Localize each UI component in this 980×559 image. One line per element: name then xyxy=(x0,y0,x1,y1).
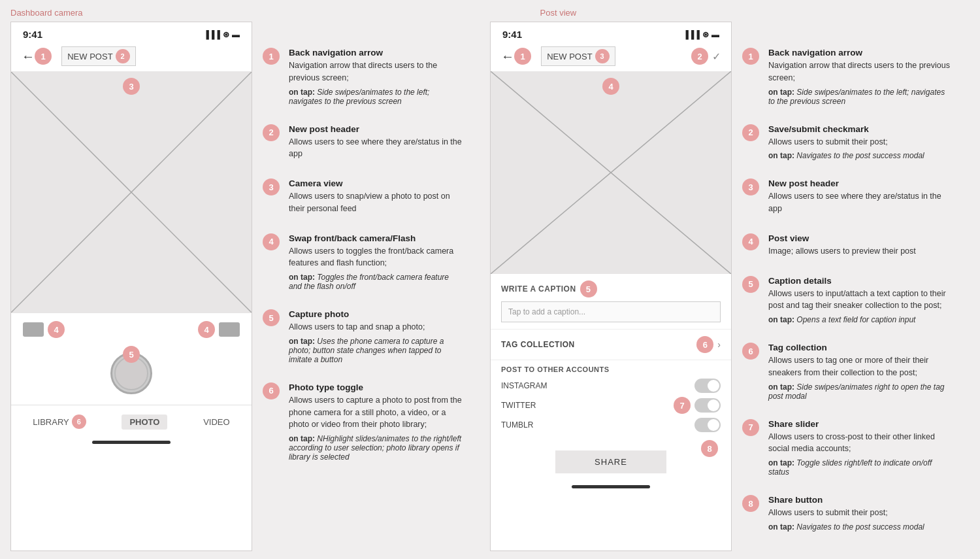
annotation-content: Back navigation arrow Navigation arrow t… xyxy=(289,48,464,106)
annotation-tap: on tap: Uses the phone camera to capture… xyxy=(289,337,464,364)
right-post-to-section: POST TO OTHER ACCOUNTS INSTAGRAM TWITTER… xyxy=(491,360,731,441)
left-tab-library[interactable]: LIBRARY 6 xyxy=(25,412,93,432)
right-instagram-row: INSTAGRAM xyxy=(501,379,721,393)
left-annotation-panel: 1 Back navigation arrow Navigation arrow… xyxy=(252,22,474,480)
right-checkmark-icon[interactable]: ✓ xyxy=(712,50,721,63)
left-new-post-badge: 2 xyxy=(116,49,130,63)
right-tag-collection-row[interactable]: TAG COLLECTION 6 › xyxy=(491,329,731,360)
right-annotation-item-2: 2 Save/submit checkmark Allows users to … xyxy=(742,124,950,161)
right-share-badge: 8 xyxy=(701,440,718,457)
annotation-content: Photo type toggle Allows users to captur… xyxy=(289,382,464,462)
right-status-icons: ▐▐▐ ⊛ ▬ xyxy=(683,30,719,39)
camera-view-badge: 3 xyxy=(123,78,140,95)
annotation-desc: Allows users to capture a photo to post … xyxy=(289,394,464,431)
right-share-btn-row: SHARE 8 xyxy=(491,441,731,480)
right-battery-icon: ▬ xyxy=(711,30,719,39)
annotation-title: Post view xyxy=(768,233,916,243)
annotation-desc: Allows users to input/attach a text capt… xyxy=(768,288,950,313)
left-status-icons: ▐▐▐ ⊛ ▬ xyxy=(203,30,240,39)
right-back-arrow-container[interactable]: ← 1 xyxy=(501,48,531,65)
annotation-content: Save/submit checkmark Allows users to su… xyxy=(768,124,924,161)
annotation-badge: 3 xyxy=(742,178,759,195)
annotation-title: Back navigation arrow xyxy=(768,48,950,58)
annotation-title: Caption details xyxy=(768,276,950,286)
annotation-content: Post view Image; allows users to preview… xyxy=(768,233,916,258)
annotation-badge: 1 xyxy=(742,48,759,65)
annotation-title: Camera view xyxy=(289,178,464,188)
right-annotation-item-5: 5 Caption details Allows users to input/… xyxy=(742,276,950,325)
annotation-title: Share button xyxy=(768,495,924,505)
annotation-title: Capture photo xyxy=(289,309,464,319)
signal-icon: ▐▐▐ xyxy=(203,30,220,39)
right-phone-header: ← 1 NEW POST 3 2 ✓ xyxy=(491,44,731,71)
annotation-content: Tag collection Allows users to tag one o… xyxy=(768,343,950,401)
left-photo-toggle-badge: 6 xyxy=(72,415,86,429)
left-swap-controls: 4 4 xyxy=(11,313,252,346)
annotation-tap: on tap: Toggles the front/back camera fe… xyxy=(289,273,464,291)
annotation-badge: 6 xyxy=(263,382,280,399)
annotation-content: Camera view Allows users to snap/view a … xyxy=(289,178,464,215)
right-chevron-icon: › xyxy=(717,339,721,350)
annotation-title: Save/submit checkmark xyxy=(768,124,924,134)
left-swap-btn-left[interactable] xyxy=(23,322,44,337)
annotation-content: Share button Allows users to submit thei… xyxy=(768,495,924,532)
left-annotation-item-1: 1 Back navigation arrow Navigation arrow… xyxy=(263,48,464,106)
left-camera-view: 3 xyxy=(11,71,252,313)
left-phone-header: ← 1 NEW POST 2 xyxy=(11,44,252,71)
right-caption-section: WRITE A CAPTION 5 Tap to add a caption..… xyxy=(491,274,731,322)
annotation-content: Back navigation arrow Navigation arrow t… xyxy=(768,48,950,106)
annotation-desc: Allows users to toggles the front/back c… xyxy=(289,245,464,270)
right-annotation-item-8: 8 Share button Allows users to submit th… xyxy=(742,495,950,532)
annotation-title: Share slider xyxy=(768,419,950,429)
annotation-desc: Navigation arrow that directs users to t… xyxy=(289,59,464,84)
annotation-desc: Allows users to see where they are/statu… xyxy=(289,136,464,161)
right-back-badge: 1 xyxy=(514,48,531,65)
annotation-tap: on tap: Toggle slides right/left to indi… xyxy=(768,458,950,477)
annotation-badge: 4 xyxy=(742,233,759,250)
right-tumblr-toggle[interactable] xyxy=(694,418,721,432)
annotation-title: New post header xyxy=(768,178,950,188)
annotation-badge: 5 xyxy=(263,309,280,326)
right-wifi-icon: ⊛ xyxy=(702,30,709,39)
right-instagram-toggle[interactable] xyxy=(694,379,721,393)
left-annotation-item-4: 4 Swap front/back camera/Flash Allows us… xyxy=(263,233,464,292)
right-caption-input[interactable]: Tap to add a caption... xyxy=(501,301,721,322)
annotation-badge: 8 xyxy=(742,495,759,512)
right-annotation-item-4: 4 Post view Image; allows users to previ… xyxy=(742,233,950,258)
annotation-desc: Allows users to submit their post; xyxy=(768,136,924,148)
annotation-badge: 6 xyxy=(742,343,759,360)
right-tumblr-row: TUMBLR xyxy=(501,418,721,432)
right-new-post-label: NEW POST 3 xyxy=(541,46,615,66)
right-tag-badge: 6 xyxy=(696,336,713,353)
annotation-content: Capture photo Allows users to tap and sn… xyxy=(289,309,464,364)
annotation-badge: 3 xyxy=(263,178,280,195)
annotation-badge: 7 xyxy=(742,419,759,436)
left-swap-btn-right[interactable] xyxy=(219,322,240,337)
annotation-desc: Allows users to tap and snap a photo; xyxy=(289,321,464,333)
right-twitter-toggle[interactable] xyxy=(694,398,721,413)
right-twitter-label: TWITTER xyxy=(501,401,536,410)
left-annotation-item-2: 2 New post header Allows users to see wh… xyxy=(263,124,464,161)
annotation-tap: on tap: Navigates to the post success mo… xyxy=(768,522,924,532)
annotation-badge: 2 xyxy=(742,124,759,141)
left-back-arrow-container[interactable]: ← 1 xyxy=(22,48,52,65)
annotation-content: Caption details Allows users to input/at… xyxy=(768,276,950,325)
right-share-button[interactable]: SHARE xyxy=(555,450,666,473)
left-arrow-icon: ← xyxy=(22,49,35,64)
annotation-title: Tag collection xyxy=(768,343,950,352)
annotation-desc: Image; allows users to preview their pos… xyxy=(768,245,916,258)
annotation-tap: on tap: NHighlight slides/animates to th… xyxy=(289,434,464,462)
annotation-tap: on tap: Side swipes/animates to the left… xyxy=(768,88,950,106)
right-tumblr-label: TUMBLR xyxy=(501,420,533,430)
right-share-sliders-badge: 7 xyxy=(674,397,691,414)
annotation-desc: Allows users to see where they are/statu… xyxy=(768,190,950,215)
left-tab-video[interactable]: VIDEO xyxy=(195,415,237,430)
left-tab-photo[interactable]: PHOTO xyxy=(122,415,167,430)
left-swap-badge-left: 4 xyxy=(48,321,65,338)
annotation-title: Swap front/back camera/Flash xyxy=(289,233,464,243)
left-screen-title: Dashboard camera xyxy=(10,8,83,18)
annotation-tap: on tap: Side swipes/animates right to op… xyxy=(768,382,950,401)
right-post-image: 4 xyxy=(491,71,731,274)
annotation-tap: on tap: Opens a text field for caption i… xyxy=(768,315,950,324)
annotation-badge: 2 xyxy=(263,124,280,141)
